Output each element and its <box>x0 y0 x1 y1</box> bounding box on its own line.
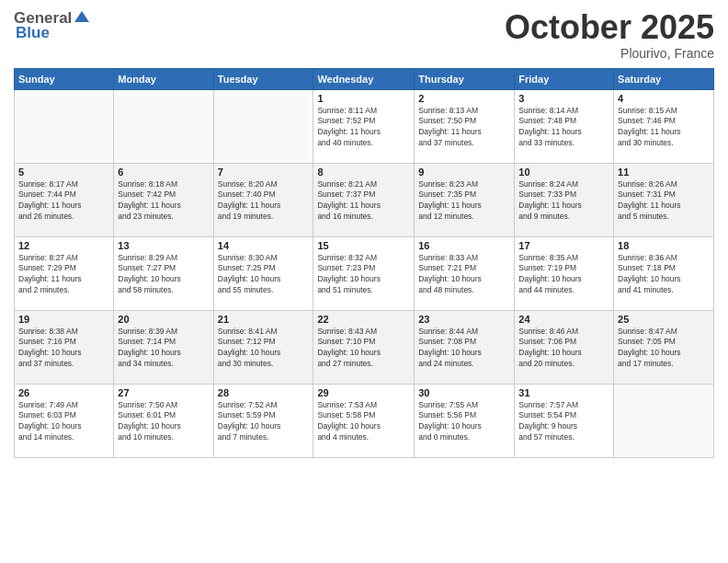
calendar-cell: 21Sunrise: 8:41 AM Sunset: 7:12 PM Dayli… <box>213 310 313 384</box>
day-info: Sunrise: 8:43 AM Sunset: 7:10 PM Dayligh… <box>317 327 410 371</box>
day-number: 7 <box>218 167 310 178</box>
day-info: Sunrise: 7:53 AM Sunset: 5:58 PM Dayligh… <box>317 400 410 444</box>
day-number: 29 <box>317 387 410 398</box>
title-block: October 2025 Plourivo, France <box>505 9 714 61</box>
day-info: Sunrise: 8:32 AM Sunset: 7:23 PM Dayligh… <box>317 253 410 297</box>
day-number: 15 <box>317 240 410 251</box>
day-info: Sunrise: 7:52 AM Sunset: 5:59 PM Dayligh… <box>218 400 310 444</box>
calendar-cell: 10Sunrise: 8:24 AM Sunset: 7:33 PM Dayli… <box>515 163 614 236</box>
day-number: 13 <box>118 240 209 251</box>
day-info: Sunrise: 7:55 AM Sunset: 5:56 PM Dayligh… <box>418 400 510 444</box>
calendar-week-row: 5Sunrise: 8:17 AM Sunset: 7:44 PM Daylig… <box>15 163 714 236</box>
calendar-cell: 19Sunrise: 8:38 AM Sunset: 7:16 PM Dayli… <box>15 310 114 384</box>
day-info: Sunrise: 8:11 AM Sunset: 7:52 PM Dayligh… <box>317 106 410 150</box>
day-info: Sunrise: 8:27 AM Sunset: 7:29 PM Dayligh… <box>18 253 109 297</box>
day-info: Sunrise: 8:35 AM Sunset: 7:19 PM Dayligh… <box>518 253 609 297</box>
day-info: Sunrise: 8:15 AM Sunset: 7:46 PM Dayligh… <box>618 106 710 150</box>
calendar-cell: 22Sunrise: 8:43 AM Sunset: 7:10 PM Dayli… <box>313 310 415 384</box>
calendar-cell: 16Sunrise: 8:33 AM Sunset: 7:21 PM Dayli… <box>415 236 515 310</box>
day-number: 19 <box>18 314 109 325</box>
day-number: 9 <box>418 167 510 178</box>
day-info: Sunrise: 8:46 AM Sunset: 7:06 PM Dayligh… <box>518 327 609 371</box>
day-number: 12 <box>18 240 109 251</box>
calendar-cell: 30Sunrise: 7:55 AM Sunset: 5:56 PM Dayli… <box>415 384 515 457</box>
day-number: 2 <box>418 93 510 104</box>
day-number: 18 <box>618 240 710 251</box>
day-info: Sunrise: 8:39 AM Sunset: 7:14 PM Dayligh… <box>118 327 209 371</box>
calendar-week-row: 26Sunrise: 7:49 AM Sunset: 6:03 PM Dayli… <box>15 384 714 457</box>
day-number: 6 <box>118 167 209 178</box>
day-info: Sunrise: 8:14 AM Sunset: 7:48 PM Dayligh… <box>518 106 609 150</box>
day-number: 17 <box>518 240 609 251</box>
day-number: 10 <box>518 167 609 178</box>
day-info: Sunrise: 8:44 AM Sunset: 7:08 PM Dayligh… <box>418 327 510 371</box>
day-number: 25 <box>618 314 710 325</box>
calendar-header-row: Sunday Monday Tuesday Wednesday Thursday… <box>15 68 714 89</box>
day-number: 30 <box>418 387 510 398</box>
day-info: Sunrise: 8:29 AM Sunset: 7:27 PM Dayligh… <box>118 253 209 297</box>
calendar-cell: 6Sunrise: 8:18 AM Sunset: 7:42 PM Daylig… <box>114 163 213 236</box>
logo-blue: Blue <box>16 24 50 42</box>
day-number: 5 <box>18 167 109 178</box>
col-monday: Monday <box>114 68 213 89</box>
day-info: Sunrise: 8:41 AM Sunset: 7:12 PM Dayligh… <box>218 327 310 371</box>
calendar-cell: 11Sunrise: 8:26 AM Sunset: 7:31 PM Dayli… <box>614 163 714 236</box>
calendar-cell <box>213 89 313 163</box>
logo: General Blue <box>14 9 91 42</box>
calendar-cell: 4Sunrise: 8:15 AM Sunset: 7:46 PM Daylig… <box>614 89 714 163</box>
calendar-week-row: 19Sunrise: 8:38 AM Sunset: 7:16 PM Dayli… <box>15 310 714 384</box>
calendar-cell: 18Sunrise: 8:36 AM Sunset: 7:18 PM Dayli… <box>614 236 714 310</box>
calendar-cell: 1Sunrise: 8:11 AM Sunset: 7:52 PM Daylig… <box>313 89 415 163</box>
day-info: Sunrise: 8:13 AM Sunset: 7:50 PM Dayligh… <box>418 106 510 150</box>
month-title: October 2025 <box>505 9 714 46</box>
calendar-cell: 5Sunrise: 8:17 AM Sunset: 7:44 PM Daylig… <box>15 163 114 236</box>
day-info: Sunrise: 8:38 AM Sunset: 7:16 PM Dayligh… <box>18 327 109 371</box>
calendar-cell: 17Sunrise: 8:35 AM Sunset: 7:19 PM Dayli… <box>515 236 614 310</box>
day-number: 23 <box>418 314 510 325</box>
day-number: 22 <box>317 314 410 325</box>
calendar-cell: 24Sunrise: 8:46 AM Sunset: 7:06 PM Dayli… <box>515 310 614 384</box>
logo-icon <box>73 9 91 28</box>
calendar-cell <box>114 89 213 163</box>
calendar-cell <box>614 384 714 457</box>
col-wednesday: Wednesday <box>313 68 415 89</box>
calendar-cell: 31Sunrise: 7:57 AM Sunset: 5:54 PM Dayli… <box>515 384 614 457</box>
calendar-cell: 23Sunrise: 8:44 AM Sunset: 7:08 PM Dayli… <box>415 310 515 384</box>
col-tuesday: Tuesday <box>213 68 313 89</box>
day-number: 11 <box>618 167 710 178</box>
calendar: Sunday Monday Tuesday Wednesday Thursday… <box>14 68 714 458</box>
day-info: Sunrise: 8:17 AM Sunset: 7:44 PM Dayligh… <box>18 179 109 224</box>
day-info: Sunrise: 8:24 AM Sunset: 7:33 PM Dayligh… <box>518 179 609 224</box>
day-info: Sunrise: 8:36 AM Sunset: 7:18 PM Dayligh… <box>618 253 710 297</box>
day-number: 27 <box>118 387 209 398</box>
day-info: Sunrise: 7:49 AM Sunset: 6:03 PM Dayligh… <box>18 400 109 444</box>
day-info: Sunrise: 7:50 AM Sunset: 6:01 PM Dayligh… <box>118 400 209 444</box>
calendar-cell: 7Sunrise: 8:20 AM Sunset: 7:40 PM Daylig… <box>213 163 313 236</box>
calendar-cell: 3Sunrise: 8:14 AM Sunset: 7:48 PM Daylig… <box>515 89 614 163</box>
col-sunday: Sunday <box>15 68 114 89</box>
day-info: Sunrise: 8:47 AM Sunset: 7:05 PM Dayligh… <box>618 327 710 371</box>
day-info: Sunrise: 8:21 AM Sunset: 7:37 PM Dayligh… <box>317 179 410 224</box>
day-number: 31 <box>518 387 609 398</box>
calendar-cell: 15Sunrise: 8:32 AM Sunset: 7:23 PM Dayli… <box>313 236 415 310</box>
day-info: Sunrise: 8:26 AM Sunset: 7:31 PM Dayligh… <box>618 179 710 224</box>
location: Plourivo, France <box>505 46 714 61</box>
calendar-cell: 27Sunrise: 7:50 AM Sunset: 6:01 PM Dayli… <box>114 384 213 457</box>
calendar-cell: 28Sunrise: 7:52 AM Sunset: 5:59 PM Dayli… <box>213 384 313 457</box>
day-number: 28 <box>218 387 310 398</box>
page: General Blue October 2025 Plourivo, Fran… <box>0 0 728 563</box>
calendar-cell: 14Sunrise: 8:30 AM Sunset: 7:25 PM Dayli… <box>213 236 313 310</box>
calendar-cell: 26Sunrise: 7:49 AM Sunset: 6:03 PM Dayli… <box>15 384 114 457</box>
calendar-cell: 29Sunrise: 7:53 AM Sunset: 5:58 PM Dayli… <box>313 384 415 457</box>
day-number: 4 <box>618 93 710 104</box>
day-info: Sunrise: 8:23 AM Sunset: 7:35 PM Dayligh… <box>418 179 510 224</box>
day-number: 26 <box>18 387 109 398</box>
calendar-week-row: 1Sunrise: 8:11 AM Sunset: 7:52 PM Daylig… <box>15 89 714 163</box>
calendar-cell: 12Sunrise: 8:27 AM Sunset: 7:29 PM Dayli… <box>15 236 114 310</box>
calendar-cell: 2Sunrise: 8:13 AM Sunset: 7:50 PM Daylig… <box>415 89 515 163</box>
day-info: Sunrise: 8:18 AM Sunset: 7:42 PM Dayligh… <box>118 179 209 224</box>
day-number: 20 <box>118 314 209 325</box>
day-number: 8 <box>317 167 410 178</box>
calendar-cell: 20Sunrise: 8:39 AM Sunset: 7:14 PM Dayli… <box>114 310 213 384</box>
day-number: 14 <box>218 240 310 251</box>
